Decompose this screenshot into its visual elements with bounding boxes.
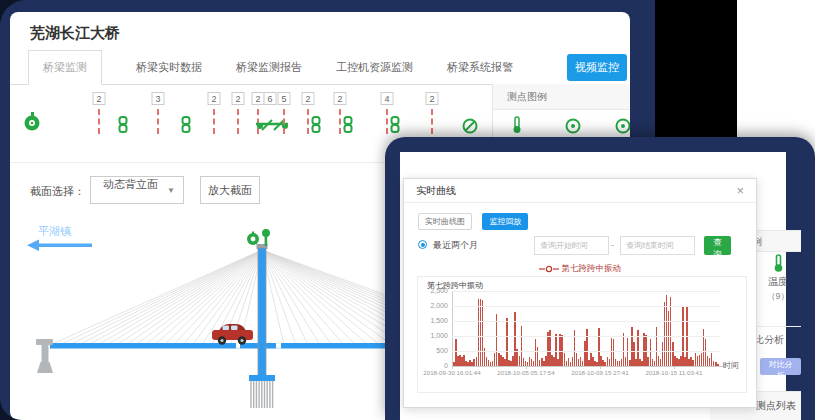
link-sensor-icon[interactable] [118,116,128,137]
chart-bars [453,291,721,366]
chart-bar [717,364,719,366]
section-select-dropdown[interactable]: 动态背立面 ▼ [90,176,184,204]
date-range-separator: - [611,240,614,250]
thermometer-icon [773,254,784,273]
legend-panel-header: 测点图例 [493,84,630,110]
anemometer-icon [247,232,259,246]
chart-y-tick-label: 1,000 [418,332,448,339]
tower-thermometer-icon [262,229,270,246]
link-sensor-icon[interactable] [343,116,353,137]
modal-header: 实时曲线 × [404,179,756,203]
chart-gridline [452,291,720,292]
link-sensor-icon[interactable] [181,116,191,137]
chart-gridline [452,321,720,322]
compare-analysis-button[interactable]: 对比分析 [760,358,801,375]
chart-y-tick-label: 2,000 [418,302,448,309]
modal-title: 实时曲线 [416,185,456,196]
query-button[interactable]: 查询 [704,236,731,255]
link-sensor-icon[interactable] [390,116,400,137]
link-sensor-icon[interactable] [311,116,321,137]
chart-legend[interactable]: 第七跨跨中振动 [404,263,756,275]
tab-0[interactable]: 桥梁监测 [28,50,102,85]
temperature-legend-item[interactable]: 温度 （9） [752,254,804,303]
direction-arrow-icon [27,240,92,252]
sensor-count-badge: 2 [232,92,245,105]
tab-monitor-playback[interactable]: 监控回放 [482,213,528,230]
tab-2[interactable]: 桥梁监测报告 [236,51,302,84]
legend-series-name: 第七跨跨中振动 [561,263,621,273]
sensor-dashed-line [386,109,388,134]
gauge-icon[interactable] [24,112,40,135]
section-select-label: 截面选择： [30,184,85,199]
query-end-time-input[interactable] [620,236,695,255]
chart-y-tick-label: 2,500 [418,287,448,294]
tab-4[interactable]: 桥梁系统报警 [447,51,513,84]
legend-marker-icon [539,265,559,273]
modal-tabs: 实时曲线图 监控回放 [418,210,528,230]
bridge-diagram [10,212,390,420]
last-two-months-radio[interactable] [418,240,427,249]
chart-x-tick-label: 2018-10-05 05:17:54 [493,369,560,376]
chevron-down-icon: ▼ [167,186,175,195]
chart-x-tick [674,366,675,369]
bridge-tower [258,248,266,376]
sensor-count-badge: 2 [208,92,221,105]
chart-gridline [452,306,720,307]
page-title: 芜湖长江大桥 [30,24,120,43]
sensor-count-badge: 2 [334,92,347,105]
video-blackout-region [655,0,737,140]
sensor-dashed-line [213,109,215,134]
vibration-chart: 第七跨跨中振动 时间 2,5002,0001,5001,00050002018-… [417,276,747,393]
sensor-count-badge: 2 [302,92,315,105]
chart-x-tick-label: 2018-10-15 11:03:41 [641,369,708,376]
disabled-sensor-icon[interactable] [462,118,478,138]
sensor-count-badge: 2 [93,92,106,105]
tab-1[interactable]: 桥梁实时数据 [136,51,202,84]
pile-cap [249,375,275,381]
chart-bar [506,318,508,366]
enlarge-section-button[interactable]: 放大截面 [200,176,260,204]
temperature-count: （9） [752,290,804,303]
tab-realtime-curve[interactable]: 实时曲线图 [418,213,472,230]
temperature-label: 温度 [752,275,804,289]
close-icon[interactable]: × [736,179,744,203]
query-start-time-input[interactable] [534,236,609,255]
section-select-value: 动态背立面 [103,178,158,190]
sensor-dashed-line [157,109,159,134]
sensor-dashed-line [98,109,100,134]
chart-x-tick-label: 2018-10-09 15:27:41 [567,369,634,376]
sensor-count-badge: 6 [264,92,277,105]
chart-xaxis-name: 时间 [723,360,739,371]
chart-x-tick [600,366,601,369]
app-canvas: 芜湖长江大桥 桥梁监测桥梁实时数据桥梁监测报告工控机资源监测桥梁系统报警 视频监… [0,0,815,420]
main-tabbar: 桥梁监测桥梁实时数据桥梁监测报告工控机资源监测桥梁系统报警 [10,54,630,85]
sensor-legend-icon [615,118,630,138]
realtime-curve-modal: 实时曲线 × 实时曲线图 监控回放 最近两个月 - 查询 第七跨跨中振动 第七跨… [403,178,757,408]
thermometer-icon [512,116,522,138]
sensor-dashed-line [339,109,341,134]
sensor-count-badge: 5 [278,92,291,105]
sensor-count-badge: 2 [426,92,439,105]
sensor-count-badge: 3 [152,92,165,105]
chart-y-tick-label: 1,500 [418,317,448,324]
bridge-abutment [36,339,53,373]
sensor-dashed-line [237,109,239,134]
chart-gridline [452,336,720,337]
gauge-legend-icon [565,118,581,138]
tower-piles [251,381,273,408]
car-illustration [212,324,253,345]
sensor-dashed-line [431,109,433,134]
tab-3[interactable]: 工控机资源监测 [336,51,413,84]
chart-y-tick-label: 500 [418,347,448,354]
chart-x-tick [452,366,453,369]
sensor-dashed-line [307,109,309,134]
chart-x-tick [526,366,527,369]
chart-y-tick-label: 0 [418,362,448,369]
chart-x-axis [452,366,724,367]
sensor-count-badge: 4 [381,92,394,105]
last-two-months-label: 最近两个月 [433,239,478,252]
sensor-dashed-line [283,109,285,134]
video-monitor-button[interactable]: 视频监控 [567,54,627,81]
chart-x-tick-label: 2018-09-30 16:01:44 [419,369,486,376]
chart-gridline [452,351,720,352]
